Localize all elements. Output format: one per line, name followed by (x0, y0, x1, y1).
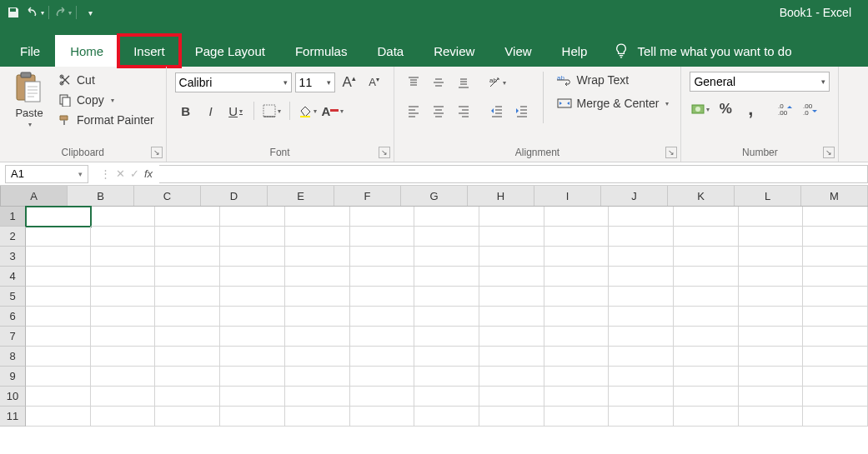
cell[interactable] (91, 367, 156, 387)
cell[interactable] (739, 367, 804, 387)
cell[interactable] (544, 227, 610, 247)
cell[interactable] (479, 327, 544, 347)
accounting-format-button[interactable]: ▾ (690, 98, 711, 120)
align-middle-button[interactable] (428, 72, 449, 93)
cell[interactable] (350, 327, 415, 347)
tab-home[interactable]: Home (55, 35, 118, 67)
cell[interactable] (479, 387, 544, 407)
alignment-dialog-launcher[interactable]: ↘ (665, 147, 677, 158)
cell[interactable] (220, 327, 285, 347)
cell[interactable] (26, 407, 91, 427)
row-header[interactable]: 4 (0, 267, 26, 287)
cell[interactable] (544, 287, 610, 307)
cell[interactable] (674, 407, 739, 427)
cell[interactable] (220, 207, 285, 227)
percent-button[interactable]: % (715, 98, 736, 120)
font-dialog-launcher[interactable]: ↘ (379, 147, 390, 158)
cell[interactable] (285, 267, 350, 287)
cell[interactable] (350, 267, 415, 287)
cell[interactable] (674, 307, 739, 327)
cell[interactable] (739, 287, 804, 307)
cell[interactable] (803, 367, 868, 387)
increase-decimal-button[interactable]: .0.00 (775, 98, 796, 120)
cell[interactable] (26, 287, 91, 307)
cell[interactable] (479, 367, 544, 387)
tab-review[interactable]: Review (419, 35, 489, 67)
row-header[interactable]: 5 (0, 287, 26, 307)
font-color-button[interactable]: A ▾ (322, 100, 344, 122)
cell[interactable] (285, 207, 350, 227)
align-top-button[interactable] (403, 72, 424, 93)
tab-file[interactable]: File (5, 35, 55, 67)
cell[interactable] (803, 387, 868, 407)
bold-button[interactable]: B (175, 100, 197, 122)
tab-formulas[interactable]: Formulas (280, 35, 363, 67)
cell[interactable] (26, 267, 91, 287)
column-header[interactable]: G (401, 186, 468, 206)
cell[interactable] (91, 347, 156, 367)
cell[interactable] (350, 407, 415, 427)
cell[interactable] (220, 227, 285, 247)
cell[interactable] (803, 227, 868, 247)
tab-page-layout[interactable]: Page Layout (180, 35, 280, 67)
cut-button[interactable]: Cut (55, 72, 158, 88)
cell[interactable] (544, 247, 610, 267)
cell[interactable] (674, 267, 739, 287)
cell[interactable] (609, 367, 674, 387)
cell[interactable] (350, 227, 415, 247)
cell[interactable] (285, 387, 350, 407)
copy-button[interactable]: Copy ▾ (55, 92, 158, 108)
decrease-font-button[interactable]: A▾ (364, 72, 385, 93)
cell[interactable] (479, 287, 544, 307)
cell[interactable] (803, 347, 868, 367)
cell[interactable] (739, 267, 804, 287)
qat-customize-button[interactable]: ▾ (80, 2, 100, 22)
cell[interactable] (26, 327, 91, 347)
cell[interactable] (350, 367, 415, 387)
tab-view[interactable]: View (489, 35, 546, 67)
row-header[interactable]: 8 (0, 347, 26, 367)
cell[interactable] (674, 207, 739, 227)
row-header[interactable]: 10 (0, 387, 26, 407)
cell[interactable] (220, 347, 285, 367)
cell[interactable] (414, 327, 479, 347)
cell[interactable] (285, 347, 350, 367)
fx-icon[interactable]: fx (144, 167, 153, 180)
borders-button[interactable]: ▾ (261, 100, 283, 122)
tab-data[interactable]: Data (362, 35, 419, 67)
increase-indent-button[interactable] (511, 100, 533, 122)
font-name-combo[interactable]: Calibri ▾ (175, 72, 292, 92)
cell[interactable] (91, 287, 156, 307)
underline-button[interactable]: U▾ (225, 100, 247, 122)
cell[interactable] (220, 267, 285, 287)
cell[interactable] (91, 227, 156, 247)
cell[interactable] (155, 367, 220, 387)
column-header[interactable]: K (668, 186, 735, 206)
undo-button[interactable]: ▾ (25, 2, 45, 22)
cell[interactable] (739, 327, 804, 347)
cell[interactable] (544, 327, 610, 347)
cell[interactable] (91, 387, 156, 407)
format-painter-button[interactable]: Format Painter (55, 112, 158, 128)
cell[interactable] (609, 327, 674, 347)
cell[interactable] (350, 207, 415, 227)
cell[interactable] (609, 347, 674, 367)
cell[interactable] (544, 347, 610, 367)
column-header[interactable]: H (468, 186, 534, 206)
cell[interactable] (91, 327, 156, 347)
cell[interactable] (479, 307, 544, 327)
cell[interactable] (803, 327, 868, 347)
cell[interactable] (479, 407, 544, 427)
row-header[interactable]: 6 (0, 307, 26, 327)
cell[interactable] (91, 247, 156, 267)
cell[interactable] (414, 307, 479, 327)
number-format-combo[interactable]: General ▾ (690, 72, 830, 92)
cell[interactable] (414, 387, 479, 407)
cell[interactable] (739, 387, 804, 407)
redo-button[interactable]: ▾ (53, 2, 73, 22)
cell[interactable] (220, 307, 285, 327)
cell[interactable] (26, 347, 91, 367)
cell[interactable] (155, 227, 220, 247)
cell[interactable] (155, 327, 220, 347)
align-bottom-button[interactable] (453, 72, 474, 93)
